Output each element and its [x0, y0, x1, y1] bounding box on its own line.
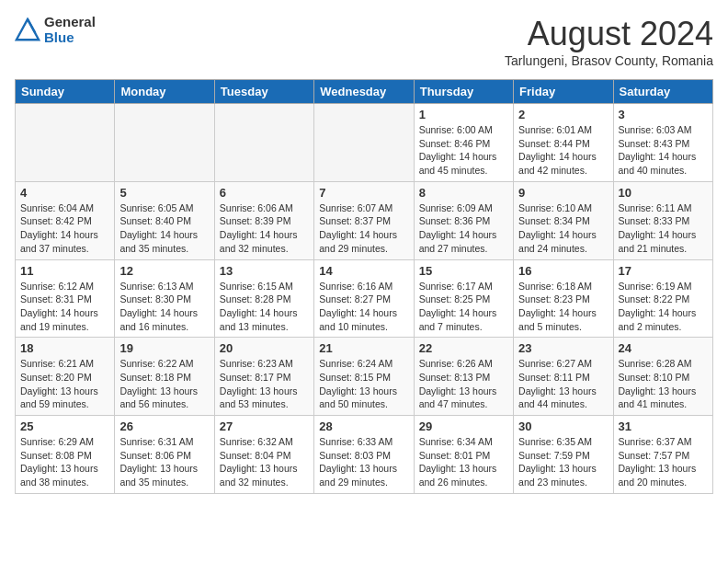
calendar-cell: 23 Sunrise: 6:27 AMSunset: 8:11 PMDaylig… — [514, 338, 613, 416]
weekday-header-friday: Friday — [514, 80, 613, 104]
day-info: Sunrise: 6:27 AMSunset: 8:11 PMDaylight:… — [518, 358, 597, 409]
calendar-cell: 20 Sunrise: 6:23 AMSunset: 8:17 PMDaylig… — [214, 338, 313, 416]
calendar-cell: 17 Sunrise: 6:19 AMSunset: 8:22 PMDaylig… — [613, 259, 712, 338]
day-info: Sunrise: 6:34 AMSunset: 8:01 PMDaylight:… — [419, 436, 497, 488]
calendar-cell: 8 Sunrise: 6:09 AMSunset: 8:36 PMDayligh… — [414, 181, 513, 259]
day-number: 29 — [419, 419, 508, 433]
day-info: Sunrise: 6:19 AMSunset: 8:22 PMDaylight:… — [619, 281, 697, 332]
week-row-4: 25 Sunrise: 6:29 AMSunset: 8:08 PMDaylig… — [16, 416, 713, 494]
calendar-cell: 5 Sunrise: 6:05 AMSunset: 8:40 PMDayligh… — [115, 181, 214, 259]
day-info: Sunrise: 6:33 AMSunset: 8:03 PMDaylight:… — [319, 436, 397, 488]
week-row-2: 11 Sunrise: 6:12 AMSunset: 8:31 PMDaylig… — [16, 259, 713, 338]
day-number: 28 — [319, 419, 408, 433]
week-row-0: 1 Sunrise: 6:00 AMSunset: 8:46 PMDayligh… — [16, 104, 713, 182]
day-info: Sunrise: 6:01 AMSunset: 8:44 PMDaylight:… — [518, 124, 597, 176]
calendar-cell: 1 Sunrise: 6:00 AMSunset: 8:46 PMDayligh… — [414, 104, 513, 182]
calendar-cell: 14 Sunrise: 6:16 AMSunset: 8:27 PMDaylig… — [314, 259, 414, 338]
calendar-cell: 27 Sunrise: 6:32 AMSunset: 8:04 PMDaylig… — [214, 416, 313, 494]
calendar-cell: 9 Sunrise: 6:10 AMSunset: 8:34 PMDayligh… — [514, 181, 613, 259]
svg-marker-0 — [17, 18, 39, 39]
day-info: Sunrise: 6:16 AMSunset: 8:27 PMDaylight:… — [319, 281, 397, 332]
calendar-cell: 6 Sunrise: 6:06 AMSunset: 8:39 PMDayligh… — [214, 181, 313, 259]
day-info: Sunrise: 6:35 AMSunset: 7:59 PMDaylight:… — [518, 436, 597, 488]
weekday-header-sunday: Sunday — [16, 80, 115, 104]
day-info: Sunrise: 6:05 AMSunset: 8:40 PMDaylight:… — [119, 202, 198, 254]
calendar-cell: 15 Sunrise: 6:17 AMSunset: 8:25 PMDaylig… — [414, 259, 513, 338]
day-info: Sunrise: 6:04 AMSunset: 8:42 PMDaylight:… — [20, 202, 98, 254]
calendar-cell: 28 Sunrise: 6:33 AMSunset: 8:03 PMDaylig… — [314, 416, 414, 494]
weekday-header-tuesday: Tuesday — [214, 80, 313, 104]
day-info: Sunrise: 6:10 AMSunset: 8:34 PMDaylight:… — [518, 202, 597, 254]
day-number: 21 — [319, 341, 408, 355]
day-number: 11 — [20, 264, 109, 278]
day-number: 22 — [419, 341, 508, 355]
day-number: 9 — [518, 186, 608, 200]
calendar-cell: 11 Sunrise: 6:12 AMSunset: 8:31 PMDaylig… — [16, 259, 115, 338]
day-info: Sunrise: 6:13 AMSunset: 8:30 PMDaylight:… — [119, 281, 198, 332]
calendar-cell: 19 Sunrise: 6:22 AMSunset: 8:18 PMDaylig… — [115, 338, 214, 416]
weekday-header-saturday: Saturday — [613, 80, 712, 104]
day-number: 23 — [518, 341, 608, 355]
day-number: 6 — [220, 186, 309, 200]
day-info: Sunrise: 6:09 AMSunset: 8:36 PMDaylight:… — [419, 202, 497, 254]
day-number: 26 — [119, 419, 209, 433]
day-number: 12 — [119, 264, 209, 278]
day-info: Sunrise: 6:03 AMSunset: 8:43 PMDaylight:… — [619, 124, 697, 176]
calendar-cell — [115, 104, 214, 182]
day-number: 3 — [619, 108, 708, 121]
calendar-cell: 13 Sunrise: 6:15 AMSunset: 8:28 PMDaylig… — [214, 259, 313, 338]
day-info: Sunrise: 6:21 AMSunset: 8:20 PMDaylight:… — [20, 358, 98, 409]
day-info: Sunrise: 6:23 AMSunset: 8:17 PMDaylight:… — [220, 358, 298, 409]
day-info: Sunrise: 6:18 AMSunset: 8:23 PMDaylight:… — [518, 281, 597, 332]
day-info: Sunrise: 6:31 AMSunset: 8:06 PMDaylight:… — [119, 436, 198, 488]
day-number: 8 — [419, 186, 508, 200]
day-info: Sunrise: 6:15 AMSunset: 8:28 PMDaylight:… — [220, 281, 298, 332]
day-number: 31 — [619, 419, 708, 433]
day-number: 30 — [518, 419, 608, 433]
calendar-cell: 21 Sunrise: 6:24 AMSunset: 8:15 PMDaylig… — [314, 338, 414, 416]
day-number: 14 — [319, 264, 408, 278]
day-info: Sunrise: 6:29 AMSunset: 8:08 PMDaylight:… — [20, 436, 98, 488]
weekday-header-row: SundayMondayTuesdayWednesdayThursdayFrid… — [16, 80, 713, 104]
day-info: Sunrise: 6:12 AMSunset: 8:31 PMDaylight:… — [20, 281, 98, 332]
day-number: 4 — [20, 186, 109, 200]
day-number: 13 — [220, 264, 309, 278]
day-info: Sunrise: 6:24 AMSunset: 8:15 PMDaylight:… — [319, 358, 397, 409]
calendar-cell: 24 Sunrise: 6:28 AMSunset: 8:10 PMDaylig… — [613, 338, 712, 416]
day-number: 7 — [319, 186, 408, 200]
calendar-cell — [314, 104, 414, 182]
weekday-header-monday: Monday — [115, 80, 214, 104]
day-number: 27 — [220, 419, 309, 433]
calendar-cell: 31 Sunrise: 6:37 AMSunset: 7:57 PMDaylig… — [613, 416, 712, 494]
day-info: Sunrise: 6:11 AMSunset: 8:33 PMDaylight:… — [619, 202, 697, 254]
week-row-3: 18 Sunrise: 6:21 AMSunset: 8:20 PMDaylig… — [16, 338, 713, 416]
day-number: 16 — [518, 264, 608, 278]
logo: General Blue — [15, 15, 96, 45]
day-info: Sunrise: 6:17 AMSunset: 8:25 PMDaylight:… — [419, 281, 497, 332]
calendar-cell: 7 Sunrise: 6:07 AMSunset: 8:37 PMDayligh… — [314, 181, 414, 259]
day-number: 15 — [419, 264, 508, 278]
calendar-cell: 26 Sunrise: 6:31 AMSunset: 8:06 PMDaylig… — [115, 416, 214, 494]
day-info: Sunrise: 6:28 AMSunset: 8:10 PMDaylight:… — [619, 358, 697, 409]
weekday-header-thursday: Thursday — [414, 80, 513, 104]
calendar-cell: 18 Sunrise: 6:21 AMSunset: 8:20 PMDaylig… — [16, 338, 115, 416]
day-number: 1 — [419, 108, 508, 121]
day-info: Sunrise: 6:06 AMSunset: 8:39 PMDaylight:… — [220, 202, 298, 254]
day-number: 20 — [220, 341, 309, 355]
week-row-1: 4 Sunrise: 6:04 AMSunset: 8:42 PMDayligh… — [16, 181, 713, 259]
calendar-cell: 16 Sunrise: 6:18 AMSunset: 8:23 PMDaylig… — [514, 259, 613, 338]
header: General Blue August 2024 Tarlungeni, Bra… — [15, 15, 713, 68]
calendar-table: SundayMondayTuesdayWednesdayThursdayFrid… — [15, 79, 713, 494]
calendar-cell — [214, 104, 313, 182]
day-number: 17 — [619, 264, 708, 278]
day-info: Sunrise: 6:32 AMSunset: 8:04 PMDaylight:… — [220, 436, 298, 488]
day-info: Sunrise: 6:26 AMSunset: 8:13 PMDaylight:… — [419, 358, 497, 409]
svg-line-1 — [28, 18, 35, 32]
day-info: Sunrise: 6:22 AMSunset: 8:18 PMDaylight:… — [119, 358, 198, 409]
calendar-cell: 2 Sunrise: 6:01 AMSunset: 8:44 PMDayligh… — [514, 104, 613, 182]
location: Tarlungeni, Brasov County, Romania — [505, 53, 713, 68]
calendar-cell: 25 Sunrise: 6:29 AMSunset: 8:08 PMDaylig… — [16, 416, 115, 494]
calendar-cell: 10 Sunrise: 6:11 AMSunset: 8:33 PMDaylig… — [613, 181, 712, 259]
day-info: Sunrise: 6:07 AMSunset: 8:37 PMDaylight:… — [319, 202, 397, 254]
day-number: 10 — [619, 186, 708, 200]
